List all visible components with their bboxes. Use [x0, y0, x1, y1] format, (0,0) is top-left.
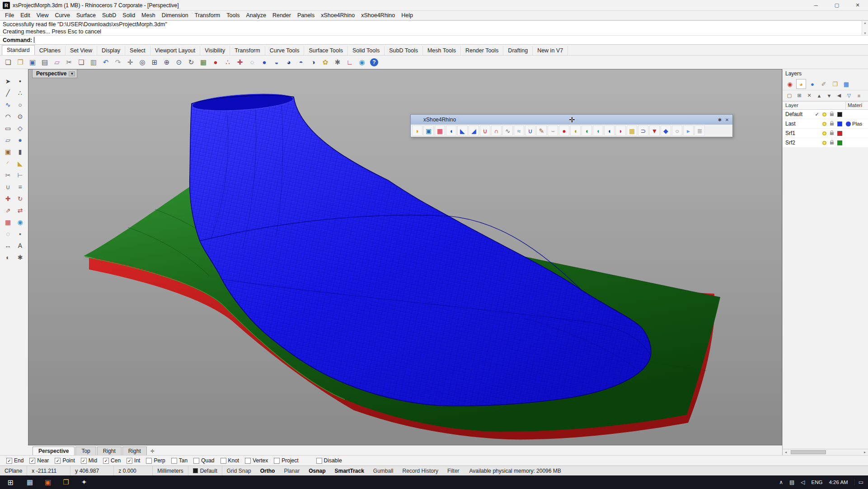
osnap-item[interactable]: Disable [316, 457, 342, 464]
help-icon[interactable]: ? [370, 58, 378, 66]
polygon-tool-icon[interactable]: ◇ [14, 122, 26, 134]
wave-icon[interactable]: ≈ [514, 126, 524, 136]
visibility-bulb-icon[interactable] [822, 122, 826, 126]
osnap-item[interactable]: End [6, 457, 23, 464]
surface-u-icon[interactable]: ∪ [525, 126, 535, 136]
lock-icon[interactable] [830, 132, 834, 135]
viewport-tab[interactable]: Right [97, 447, 122, 455]
status-toggle[interactable]: Filter [443, 466, 464, 475]
boxedit-tab-icon[interactable]: ▦ [841, 79, 851, 89]
menu-item[interactable]: xShoe4Rhino [358, 11, 398, 19]
options-icon[interactable]: ✱ [332, 57, 343, 68]
close-button[interactable]: ✕ [847, 0, 868, 10]
move-icon[interactable]: ✚ [235, 57, 245, 68]
menu-item[interactable]: SubD [99, 11, 119, 19]
rhinoceros-app-icon[interactable]: ✦ [75, 475, 93, 489]
heel-curve-icon[interactable]: ∪ [480, 126, 490, 136]
toolbar-group-tab[interactable]: CPlanes [35, 46, 66, 55]
new-file-icon[interactable]: ❏ [3, 57, 14, 68]
join-tool-icon[interactable]: ∪ [2, 181, 14, 193]
navy-last-icon[interactable]: ◖ [604, 126, 615, 136]
toolbar-group-tab[interactable]: Viewport Layout [150, 46, 200, 55]
toolbar-gear-icon[interactable]: ✱ [716, 116, 723, 123]
visibility-tool-icon[interactable]: ◐ [2, 251, 14, 263]
toolbar-group-tab[interactable]: Visibility [200, 46, 230, 55]
osnap-item[interactable]: Point [55, 457, 75, 464]
open-file-icon[interactable]: ❐ [15, 57, 26, 68]
osnap-checkbox[interactable] [146, 458, 152, 464]
menu-item[interactable]: Panels [294, 11, 318, 19]
layer-name[interactable]: Last [785, 121, 813, 127]
xshoe4rhino-toolbar[interactable]: xShoe4Rhino ✱ ✕ ◗▣▦◖◣◢∪∩∿≈∪✎⌣●◖◖◖◖◗▦⊃▼◆○… [410, 114, 733, 137]
sole-icon[interactable]: ◣ [457, 126, 468, 136]
point-tool-icon[interactable]: • [14, 75, 26, 87]
curve-tool-icon[interactable]: ∿ [2, 99, 14, 111]
circle-tool-icon[interactable]: ○ [14, 99, 26, 111]
osnap-item[interactable]: Cen [103, 457, 121, 464]
osnap-checkbox[interactable] [274, 458, 280, 464]
layer-row[interactable]: Srf2 [783, 138, 868, 148]
toolbar-group-tab[interactable]: SubD Tools [385, 46, 423, 55]
cplane-button[interactable]: CPlane [0, 466, 27, 475]
copy-icon[interactable]: ❑ [76, 57, 87, 68]
scale-tool-icon[interactable]: ⇗ [2, 205, 14, 216]
zoom-extents-icon[interactable]: ⊕ [161, 57, 172, 68]
status-toggle[interactable]: Osnap [304, 466, 330, 475]
material-swatch[interactable] [846, 131, 851, 136]
menu-item[interactable]: Edit [17, 11, 33, 19]
panel-horizontal-scrollbar[interactable]: ◂ ▸ [783, 449, 868, 455]
earth-icon[interactable]: ◉ [357, 57, 367, 68]
xshoe4rhino-titlebar[interactable]: xShoe4Rhino ✱ ✕ [411, 115, 732, 125]
points-on-icon[interactable]: ∴ [222, 57, 233, 68]
menu-item[interactable]: Analyze [243, 11, 269, 19]
lock-icon[interactable] [830, 142, 834, 144]
cylinder-tool-icon[interactable]: ▮ [14, 146, 26, 158]
select-pointer-icon[interactable]: ➤ [2, 75, 14, 87]
move-down-icon[interactable]: ▼ [825, 91, 834, 100]
menu-item[interactable]: Mesh [138, 11, 159, 19]
start-button[interactable]: ⊞ [0, 475, 21, 489]
fillet-tool-icon[interactable]: ◜ [2, 158, 14, 169]
polyline-tool-icon[interactable]: ╱ [2, 87, 14, 99]
menu-item[interactable]: Transform [192, 11, 224, 19]
menu-item[interactable]: Tools [223, 11, 243, 19]
hide-tool-icon[interactable]: ◌ [2, 228, 14, 240]
toolbar-group-tab[interactable]: New in V7 [533, 46, 568, 55]
arch-curve-icon[interactable]: ∩ [491, 126, 502, 136]
settings-tool-icon[interactable]: ✱ [14, 251, 26, 263]
smile-curve-icon[interactable]: ⌣ [548, 126, 558, 136]
move-tool-icon[interactable]: ✚ [2, 193, 14, 205]
status-toggle[interactable]: Planar [279, 466, 304, 475]
perspective-viewport[interactable]: Perspective ▼ xShoe4Rhino ✱ ✕ ◗▣▦◖◣◢∪∩∿≈… [28, 69, 782, 445]
notification-center-icon[interactable]: ▭ [854, 479, 863, 485]
material-swatch[interactable] [846, 140, 851, 145]
arc-tool-icon[interactable]: ◠ [2, 111, 14, 122]
circle-white-icon[interactable]: ○ [672, 126, 682, 136]
lock-icon[interactable] [830, 113, 834, 116]
menu-item[interactable]: Help [398, 11, 416, 19]
screen-icon[interactable]: ▣ [423, 126, 434, 136]
toolbar-group-tab[interactable]: Display [97, 46, 125, 55]
zoom-selected-icon[interactable]: ⊙ [174, 57, 184, 68]
surface-tool-icon[interactable]: ▱ [2, 134, 14, 146]
grading-chart-icon[interactable]: ▦ [435, 126, 445, 136]
layer-row[interactable]: Default ✓ [783, 110, 868, 119]
osnap-item[interactable]: Perp [146, 457, 165, 464]
viewport-dropdown-icon[interactable]: ▼ [69, 71, 75, 76]
save-file-icon[interactable]: ▣ [27, 57, 38, 68]
toolbar-group-tab[interactable]: Mesh Tools [423, 46, 461, 55]
diamond-icon[interactable]: ◆ [661, 126, 671, 136]
toolbar-close-icon[interactable]: ✕ [723, 116, 731, 123]
red-dot-icon[interactable]: ● [559, 126, 569, 136]
osnap-checkbox[interactable] [55, 458, 61, 464]
toolbar-group-tab[interactable]: Standard [2, 45, 35, 55]
menu-item[interactable]: View [33, 11, 52, 19]
mirror-tool-icon[interactable]: ⇄ [14, 205, 26, 216]
zoom-dynamic-icon[interactable]: ◎ [137, 57, 148, 68]
toolbar-group-tab[interactable]: Drafting [503, 46, 533, 55]
sketch-icon[interactable]: ✎ [536, 126, 547, 136]
xray-display-icon[interactable]: ◓ [296, 57, 306, 68]
osnap-item[interactable]: Quad [193, 457, 214, 464]
command-prompt[interactable]: Command: [0, 36, 868, 44]
rendered-display-icon[interactable]: ◕ [283, 57, 294, 68]
